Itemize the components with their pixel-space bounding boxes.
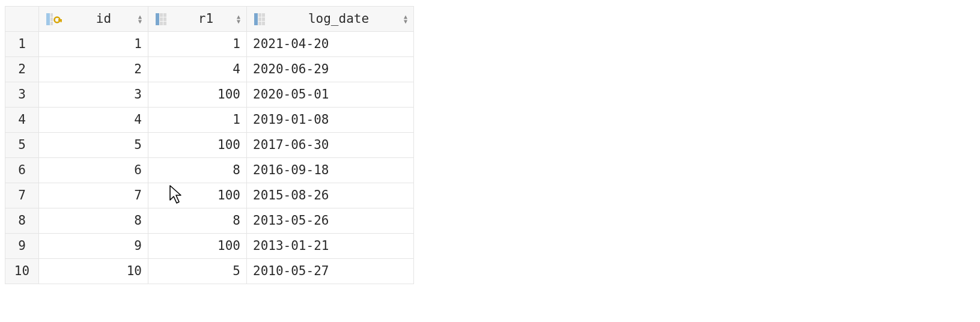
table-row[interactable]: 7 7 100 2015-08-26 [5,183,414,208]
svg-rect-16 [258,17,261,21]
cell-id[interactable]: 3 [39,82,148,108]
cell-id[interactable]: 2 [39,57,148,82]
header-log-date[interactable]: log_date ▲▼ [247,7,414,32]
svg-rect-17 [258,22,261,25]
result-grid[interactable]: id ▲▼ [5,6,414,284]
row-number[interactable]: 7 [5,183,39,208]
svg-rect-15 [258,13,261,17]
svg-rect-9 [160,17,163,21]
sort-icon[interactable]: ▲▼ [401,7,407,31]
cell-r1[interactable]: 100 [148,133,247,158]
row-number[interactable]: 3 [5,82,39,108]
svg-rect-1 [50,13,53,17]
header-id-label: id [65,7,142,31]
svg-rect-0 [46,13,50,25]
cell-id[interactable]: 9 [39,234,148,259]
table-row[interactable]: 9 9 100 2013-01-21 [5,234,414,259]
cell-log-date[interactable]: 2017-06-30 [247,133,414,158]
primary-key-column-icon [46,13,62,26]
cell-log-date[interactable]: 2016-09-18 [247,158,414,183]
svg-rect-13 [163,22,166,25]
sort-icon[interactable]: ▲▼ [234,7,240,31]
cell-r1[interactable]: 8 [148,158,247,183]
svg-rect-20 [262,22,265,25]
cell-id[interactable]: 7 [39,183,148,208]
svg-rect-3 [50,22,53,25]
cell-r1[interactable]: 100 [148,183,247,208]
cell-log-date[interactable]: 2010-05-27 [247,259,414,284]
row-number[interactable]: 2 [5,57,39,82]
svg-rect-2 [50,17,53,21]
cell-r1[interactable]: 5 [148,259,247,284]
cell-log-date[interactable]: 2015-08-26 [247,183,414,208]
svg-rect-18 [262,13,265,17]
cell-id[interactable]: 8 [39,208,148,234]
cell-log-date[interactable]: 2019-01-08 [247,108,414,133]
row-number[interactable]: 8 [5,208,39,234]
column-icon [156,13,168,26]
svg-rect-10 [160,22,163,25]
table-row[interactable]: 6 6 8 2016-09-18 [5,158,414,183]
table-row[interactable]: 2 2 4 2020-06-29 [5,57,414,82]
cell-id[interactable]: 4 [39,108,148,133]
header-r1[interactable]: r1 ▲▼ [148,7,247,32]
row-number[interactable]: 6 [5,158,39,183]
table-row[interactable]: 3 3 100 2020-05-01 [5,82,414,108]
cell-r1[interactable]: 8 [148,208,247,234]
header-id[interactable]: id ▲▼ [39,7,148,32]
column-icon [254,13,266,26]
row-number[interactable]: 5 [5,133,39,158]
cell-r1[interactable]: 100 [148,234,247,259]
cell-log-date[interactable]: 2013-01-21 [247,234,414,259]
svg-rect-12 [163,17,166,21]
svg-rect-14 [254,13,258,25]
table-row[interactable]: 4 4 1 2019-01-08 [5,108,414,133]
sort-icon[interactable]: ▲▼ [136,7,142,31]
header-r1-label: r1 [171,7,240,31]
row-number[interactable]: 1 [5,32,39,57]
cell-r1[interactable]: 4 [148,57,247,82]
table-row[interactable]: 10 10 5 2010-05-27 [5,259,414,284]
table-row[interactable]: 1 1 1 2021-04-20 [5,32,414,57]
cell-log-date[interactable]: 2013-05-26 [247,208,414,234]
row-number[interactable]: 4 [5,108,39,133]
header-log-date-label: log_date [270,7,407,31]
header-row: id ▲▼ [5,7,414,32]
svg-rect-6 [61,19,62,22]
header-rownum[interactable] [5,7,39,32]
cell-log-date[interactable]: 2020-05-01 [247,82,414,108]
svg-rect-11 [163,13,166,17]
row-number[interactable]: 10 [5,259,39,284]
cell-id[interactable]: 6 [39,158,148,183]
row-number[interactable]: 9 [5,234,39,259]
cell-id[interactable]: 5 [39,133,148,158]
cell-r1[interactable]: 100 [148,82,247,108]
svg-rect-19 [262,17,265,21]
svg-rect-7 [156,13,159,25]
cell-log-date[interactable]: 2021-04-20 [247,32,414,57]
cell-r1[interactable]: 1 [148,32,247,57]
svg-rect-8 [160,13,163,17]
cell-id[interactable]: 10 [39,259,148,284]
table-row[interactable]: 5 5 100 2017-06-30 [5,133,414,158]
table-row[interactable]: 8 8 8 2013-05-26 [5,208,414,234]
cell-log-date[interactable]: 2020-06-29 [247,57,414,82]
cell-id[interactable]: 1 [39,32,148,57]
cell-r1[interactable]: 1 [148,108,247,133]
